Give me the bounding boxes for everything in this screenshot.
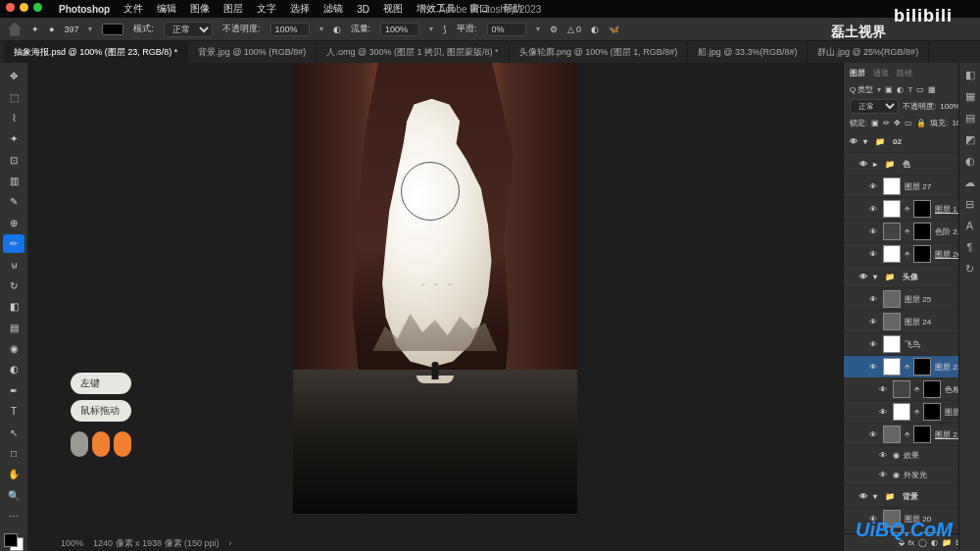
- menu-edit[interactable]: 编辑: [157, 2, 176, 16]
- layer-name[interactable]: 色: [903, 159, 910, 170]
- layer-name[interactable]: 效果: [904, 450, 919, 461]
- opacity-value[interactable]: 100%: [940, 102, 959, 111]
- visibility-toggle[interactable]: 👁: [867, 363, 879, 372]
- visibility-toggle[interactable]: 👁: [867, 205, 879, 214]
- minimize-dot[interactable]: [20, 3, 28, 12]
- disclosure-icon[interactable]: ▾: [873, 273, 877, 281]
- disclosure-icon[interactable]: ▸: [873, 160, 877, 169]
- disclosure-icon[interactable]: ▾: [873, 492, 877, 501]
- link-icon[interactable]: ⬘: [914, 408, 919, 416]
- chevron-down-icon[interactable]: ▾: [536, 25, 540, 33]
- link-icon[interactable]: ⬘: [905, 363, 909, 371]
- lock-paint-icon[interactable]: ✏: [883, 119, 890, 127]
- visibility-toggle[interactable]: 👁: [867, 182, 879, 191]
- visibility-toggle[interactable]: 👁: [867, 430, 879, 439]
- mask-thumb[interactable]: [923, 380, 941, 398]
- filter-shape-icon[interactable]: ▭: [916, 85, 924, 94]
- link-icon[interactable]: ⬘: [905, 205, 909, 213]
- frame-tool[interactable]: ▥: [3, 172, 24, 190]
- history-brush-tool[interactable]: ↻: [3, 276, 24, 295]
- mask-thumb[interactable]: [913, 223, 931, 240]
- opacity-input[interactable]: [270, 23, 310, 36]
- layer-name[interactable]: 图层 27: [905, 181, 931, 192]
- tab-paths[interactable]: 路径: [897, 68, 912, 78]
- canvas[interactable]: ⌵ ⌵ ⌵ 左键 鼠标拖动 100% 1240 像素 x 1938 像素 (15…: [27, 63, 843, 551]
- adjustments-panel-icon[interactable]: ◐: [962, 153, 978, 169]
- dodge-tool[interactable]: ◐: [3, 360, 24, 378]
- maximize-dot[interactable]: [33, 3, 42, 12]
- visibility-toggle[interactable]: 👁: [867, 340, 879, 349]
- layer-name[interactable]: 图层 25: [905, 294, 931, 305]
- close-dot[interactable]: [6, 3, 15, 12]
- blur-tool[interactable]: ◉: [3, 339, 24, 358]
- layer-name[interactable]: 02: [893, 137, 902, 146]
- crop-tool[interactable]: ⊡: [3, 151, 24, 170]
- layer-thumb[interactable]: [883, 223, 901, 240]
- zoom-level[interactable]: 100%: [61, 538, 83, 548]
- pressure-size-icon[interactable]: ◐: [591, 25, 599, 34]
- lock-move-icon[interactable]: ✥: [894, 119, 901, 127]
- layer-thumb[interactable]: [883, 313, 901, 330]
- chevron-down-icon[interactable]: ▾: [319, 25, 323, 33]
- smooth-input[interactable]: [487, 23, 526, 36]
- paragraph-panel-icon[interactable]: ¶: [962, 239, 978, 255]
- brush-tool[interactable]: ✏: [3, 234, 24, 253]
- hand-tool[interactable]: ✋: [3, 465, 24, 483]
- visibility-toggle[interactable]: 👁: [867, 318, 879, 326]
- chevron-down-icon[interactable]: ▾: [877, 85, 881, 94]
- menu-select[interactable]: 选择: [290, 2, 310, 16]
- eraser-tool[interactable]: ◧: [3, 297, 24, 316]
- gradient-tool[interactable]: ▤: [3, 319, 24, 337]
- lasso-tool[interactable]: ⌇: [3, 109, 24, 127]
- symmetry-icon[interactable]: 🦋: [609, 25, 619, 34]
- move-tool[interactable]: ✥: [3, 67, 24, 85]
- filter-type-icon[interactable]: T: [907, 85, 912, 94]
- gear-icon[interactable]: ⚙: [550, 25, 558, 34]
- blend-mode[interactable]: 正常: [850, 99, 899, 114]
- mask-thumb[interactable]: [913, 200, 931, 218]
- layer-thumb[interactable]: [883, 335, 901, 353]
- layer-thumb[interactable]: [883, 290, 901, 308]
- type-tool[interactable]: T: [3, 402, 24, 421]
- lock-artboard-icon[interactable]: ▭: [905, 119, 912, 127]
- visibility-toggle[interactable]: 👁: [858, 273, 869, 281]
- color-swatches[interactable]: [4, 533, 24, 551]
- character-panel-icon[interactable]: A: [962, 218, 978, 233]
- menu-image[interactable]: 图像: [190, 2, 210, 16]
- mask-thumb[interactable]: [913, 426, 931, 443]
- filter-adj-icon[interactable]: ◐: [897, 85, 904, 94]
- patterns-panel-icon[interactable]: ◩: [962, 131, 978, 147]
- visibility-toggle[interactable]: 👁: [858, 492, 869, 501]
- link-icon[interactable]: ⬘: [914, 385, 919, 393]
- mask-thumb[interactable]: [913, 358, 931, 376]
- visibility-toggle[interactable]: 👁: [867, 227, 879, 236]
- link-icon[interactable]: ⬘: [905, 250, 909, 258]
- shape-tool[interactable]: □: [3, 444, 24, 463]
- menu-file[interactable]: 文件: [123, 2, 143, 16]
- stamp-tool[interactable]: ⊎: [3, 255, 24, 274]
- chevron-down-icon[interactable]: ▾: [88, 25, 92, 33]
- lock-all-icon[interactable]: 🔒: [916, 119, 926, 127]
- eyedropper-tool[interactable]: ✎: [3, 192, 24, 211]
- history-panel-icon[interactable]: ↻: [962, 261, 978, 276]
- disclosure-icon[interactable]: ▾: [863, 137, 867, 146]
- properties-panel-icon[interactable]: ⊟: [962, 196, 978, 212]
- brush-preview[interactable]: ●: [49, 25, 54, 34]
- layer-thumb[interactable]: [883, 245, 901, 263]
- tab-5[interactable]: 群山.jpg @ 25%(RGB/8#): [808, 42, 929, 63]
- airbrush-icon[interactable]: ⟆: [443, 25, 447, 34]
- layer-name[interactable]: 外发光: [904, 470, 927, 480]
- tab-4[interactable]: 船.jpg @ 33.3%(RGB/8#): [688, 42, 808, 63]
- mode-select[interactable]: 正常: [164, 22, 213, 37]
- swatches-panel-icon[interactable]: ▦: [962, 88, 978, 104]
- menu-3d[interactable]: 3D: [357, 4, 369, 15]
- visibility-toggle[interactable]: 👁: [877, 451, 889, 460]
- pressure-opacity-icon[interactable]: ◐: [333, 25, 341, 34]
- link-icon[interactable]: ⬘: [905, 227, 909, 235]
- fg-color[interactable]: [4, 533, 18, 547]
- tab-3[interactable]: 头像轮廓.png @ 100% (图层 1, RGB/8#): [510, 42, 689, 63]
- visibility-toggle[interactable]: 👁: [848, 137, 859, 146]
- angle-icon[interactable]: △ 0: [567, 25, 582, 34]
- edit-toolbar[interactable]: ⋯: [3, 507, 24, 526]
- zoom-tool[interactable]: 🔍: [3, 486, 24, 505]
